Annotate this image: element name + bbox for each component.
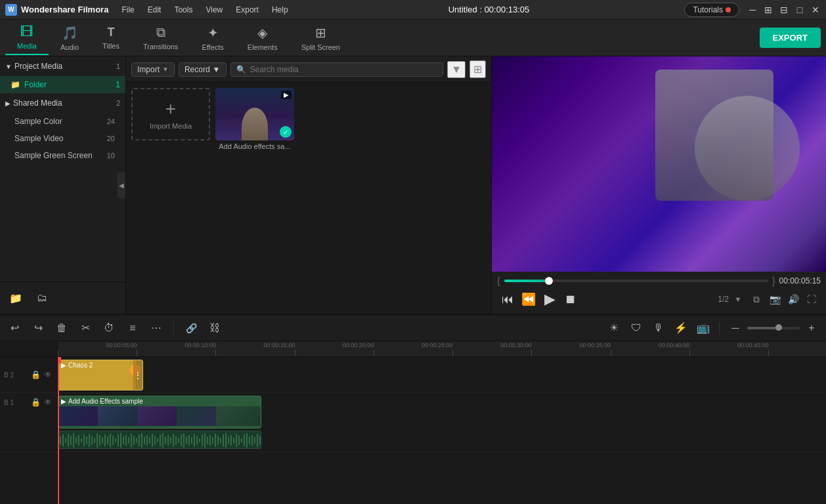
smart-folder-button[interactable]: 🗂 xyxy=(32,287,53,308)
adjust-button[interactable]: ≡ xyxy=(123,319,142,337)
sample-greenscreen-item[interactable]: Sample Green Screen 10 xyxy=(0,147,125,164)
grid-view-button[interactable]: ⊞ xyxy=(469,60,486,78)
tracks-container: ▶ Chaos 2 ⋮ End time:0 xyxy=(58,357,826,504)
track-v2-lock[interactable]: 🔒 xyxy=(30,369,41,380)
minimize-button2[interactable]: ⊟ xyxy=(779,5,789,15)
clip-audio-effects[interactable]: ▶ Add Audio Effects sample xyxy=(58,396,261,429)
color-button[interactable]: ☀ xyxy=(605,319,623,337)
panel-collapse-button[interactable]: ◀ xyxy=(118,172,125,198)
svg-rect-47 xyxy=(183,433,185,448)
cut-button[interactable]: ✂ xyxy=(76,319,95,337)
timeline-ruler[interactable]: 00:00:00:0000:00:05:0000:00:10:0000:00:1… xyxy=(58,341,826,357)
duration-button[interactable]: ⏱ xyxy=(100,319,118,337)
menu-view[interactable]: View xyxy=(200,4,228,16)
svg-rect-19 xyxy=(110,434,111,447)
magnet-button[interactable]: 🔗 xyxy=(182,319,200,337)
menu-tools[interactable]: Tools xyxy=(169,4,198,16)
clip-chaos2[interactable]: ▶ Chaos 2 ⋮ End time:0 xyxy=(58,360,143,390)
menu-file[interactable]: File xyxy=(116,4,139,16)
toolbar-effects[interactable]: ✦ Effects xyxy=(190,21,235,55)
maximize-button[interactable]: □ xyxy=(794,5,805,15)
track-v1-lock[interactable]: 🔒 xyxy=(30,397,41,408)
stop-button[interactable]: ⏹ xyxy=(560,289,581,310)
filter-button[interactable]: ▼ xyxy=(447,61,466,78)
play-button[interactable]: ▶ xyxy=(539,289,560,310)
toolbar-audio[interactable]: 🎵 Audio xyxy=(49,21,91,55)
zoom-in-button[interactable]: + xyxy=(802,319,821,337)
toolbar-titles-label: Titles xyxy=(102,42,120,50)
zoom-handle[interactable] xyxy=(775,324,782,331)
toolbar-elements[interactable]: ◈ Elements xyxy=(236,21,290,55)
sample-color-item[interactable]: Sample Color 24 xyxy=(0,113,125,130)
clip-extend-handle[interactable]: ⋮ xyxy=(133,360,142,390)
folder-item[interactable]: 📁 Folder 1 xyxy=(0,76,125,93)
menu-help[interactable]: Help xyxy=(267,4,293,16)
project-media-section[interactable]: ▼ Project Media 1 xyxy=(0,56,125,76)
import-dropdown[interactable]: Import ▼ xyxy=(131,62,175,77)
sample-video-count: 20 xyxy=(107,135,115,142)
search-bar[interactable]: 🔍 xyxy=(230,62,444,77)
toolbar-media[interactable]: 🎞 Media xyxy=(5,20,49,55)
export-button[interactable]: EXPORT xyxy=(760,28,821,48)
delete-button[interactable]: 🗑 xyxy=(53,319,71,337)
toolbar-separator xyxy=(173,322,174,335)
track-v2-eye[interactable]: 👁 xyxy=(43,369,53,380)
grid-icon[interactable]: ⊞ xyxy=(763,5,773,15)
mask-button[interactable]: 🛡 xyxy=(627,319,645,337)
zoom-out-button[interactable]: ─ xyxy=(726,319,745,337)
link-button[interactable]: ⛓ xyxy=(206,319,224,337)
fullscreen-button[interactable]: ⛶ xyxy=(802,290,821,308)
time-display: 00:00:05:15 xyxy=(779,276,821,285)
record-dropdown[interactable]: Record ▼ xyxy=(179,62,227,77)
media-grid: + Import Media ▶ ✓ Add Audio effects sa.… xyxy=(126,83,491,314)
progress-handle[interactable] xyxy=(545,277,553,285)
redo-button[interactable]: ↪ xyxy=(29,319,47,337)
progress-bar[interactable] xyxy=(504,280,768,282)
rewind-button[interactable]: ⏪ xyxy=(518,289,539,310)
sample-video-item[interactable]: Sample Video 20 xyxy=(0,130,125,147)
svg-rect-49 xyxy=(188,435,190,446)
ratio-dropdown[interactable]: ▼ xyxy=(729,290,747,308)
shared-media-chevron: ▶ xyxy=(5,100,11,107)
svg-rect-46 xyxy=(181,434,182,446)
svg-rect-58 xyxy=(212,437,213,444)
effects-icon: ✦ xyxy=(207,25,219,41)
record-voice-button[interactable]: 🎙 xyxy=(649,319,668,337)
menu-export[interactable]: Export xyxy=(230,4,264,16)
svg-rect-3 xyxy=(68,434,69,447)
svg-rect-4 xyxy=(70,436,72,445)
import-media-tile[interactable]: + Import Media xyxy=(131,88,210,140)
tutorials-label: Tutorials xyxy=(693,5,723,14)
svg-rect-28 xyxy=(133,436,135,445)
tutorials-button[interactable]: Tutorials xyxy=(684,3,739,17)
new-folder-button[interactable]: 📁 xyxy=(5,287,26,308)
effect-button[interactable]: ⚡ xyxy=(672,319,690,337)
playhead-top-indicator xyxy=(58,357,61,364)
undo-button[interactable]: ↩ xyxy=(5,319,24,337)
left-panel: ▼ Project Media 1 📁 Folder 1 ▶ Shared Me… xyxy=(0,56,126,314)
svg-rect-24 xyxy=(123,436,124,444)
toolbar-transitions[interactable]: ⧉ Transitions xyxy=(131,21,190,54)
media-thumb-item[interactable]: ▶ ✓ Add Audio effects sa... xyxy=(215,88,294,150)
audio-button[interactable]: ⋯ xyxy=(147,319,165,337)
out-point-marker: } xyxy=(772,276,775,286)
pip-button[interactable]: ⧉ xyxy=(747,290,766,308)
search-input[interactable] xyxy=(250,65,438,74)
screen-button[interactable]: 📺 xyxy=(694,319,712,337)
sample-greenscreen-label: Sample Green Screen xyxy=(14,151,93,160)
close-button[interactable]: ✕ xyxy=(810,5,821,15)
toolbar-splitscreen[interactable]: ⊞ Split Screen xyxy=(290,21,352,55)
minimize-button[interactable]: ─ xyxy=(747,5,758,15)
svg-rect-21 xyxy=(115,438,116,442)
sample-color-count: 24 xyxy=(107,117,115,125)
snapshot-button[interactable]: 📷 xyxy=(766,290,784,308)
shared-media-count: 2 xyxy=(116,99,120,107)
zoom-slider[interactable] xyxy=(747,327,800,329)
panel-footer: 📁 🗂 xyxy=(0,282,125,314)
shared-media-section[interactable]: ▶ Shared Media 2 xyxy=(0,93,125,113)
volume-button[interactable]: 🔊 xyxy=(784,290,802,308)
step-back-button[interactable]: ⏮ xyxy=(497,289,518,310)
toolbar-titles[interactable]: T Titles xyxy=(91,22,131,54)
track-v1-eye[interactable]: 👁 xyxy=(43,397,53,408)
menu-edit[interactable]: Edit xyxy=(142,4,167,16)
